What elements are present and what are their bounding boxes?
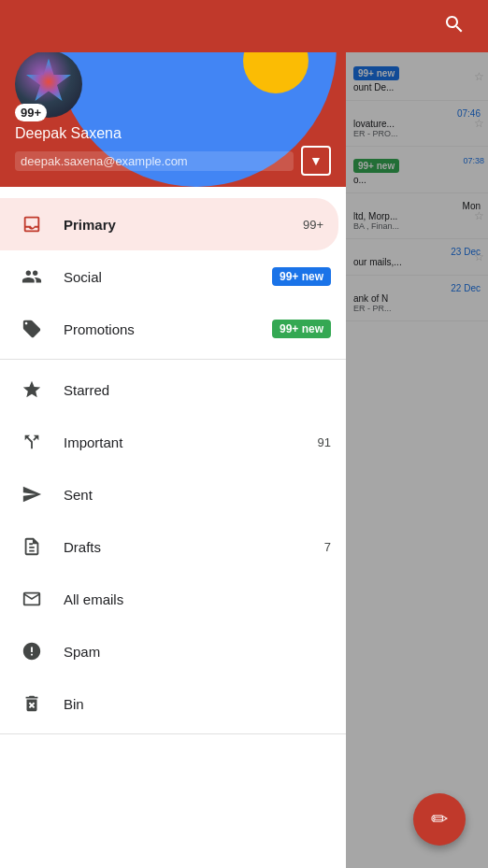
primary-count: 99+: [303, 218, 323, 232]
nav-items: Primary 99+ Social 99+ new Promotions 99…: [0, 187, 346, 868]
sidebar-item-social[interactable]: Social 99+ new: [0, 250, 346, 303]
bin-icon: [15, 687, 49, 720]
sidebar-item-starred[interactable]: Starred: [0, 363, 346, 416]
unread-badge: 99+: [15, 104, 47, 121]
important-count: 91: [318, 435, 331, 449]
app-bar: [0, 0, 488, 52]
important-icon: [15, 425, 49, 459]
user-email-row: deepak.saxena@example.com ▼: [15, 146, 331, 176]
promotions-label: Promotions: [64, 321, 272, 337]
drawer-header-content: 99+ Deepak Saxena deepak.saxena@example.…: [0, 39, 346, 187]
sidebar-item-all-emails[interactable]: All emails: [0, 573, 346, 625]
drafts-icon: [15, 530, 49, 563]
sidebar-item-bin[interactable]: Bin: [0, 677, 346, 730]
social-badge: 99+ new: [272, 267, 331, 286]
all-emails-icon: [15, 582, 49, 616]
drawer-overlay[interactable]: [346, 0, 488, 868]
nav-section-inbox: Primary 99+ Social 99+ new Promotions 99…: [0, 194, 346, 360]
compose-icon: ✏: [431, 807, 448, 832]
user-name: Deepak Saxena: [15, 125, 331, 142]
chevron-down-icon: ▼: [309, 153, 323, 168]
avatar-burst: [25, 59, 72, 106]
bin-label: Bin: [64, 696, 331, 712]
search-icon: [443, 13, 466, 36]
drafts-count: 7: [324, 540, 331, 554]
important-label: Important: [64, 434, 318, 450]
avatar-container: 99+: [15, 50, 82, 118]
spam-label: Spam: [64, 644, 331, 660]
promotions-icon: [15, 312, 49, 346]
sidebar-item-spam[interactable]: Spam: [0, 625, 346, 677]
account-switch-button[interactable]: ▼: [301, 146, 331, 176]
social-label: Social: [64, 269, 272, 285]
sent-label: Sent: [64, 487, 331, 503]
star-icon: [15, 373, 49, 406]
user-email: deepak.saxena@example.com: [15, 151, 294, 171]
sidebar-item-sent[interactable]: Sent: [0, 468, 346, 520]
search-button[interactable]: [436, 6, 473, 47]
drafts-label: Drafts: [64, 539, 324, 555]
all-emails-label: All emails: [64, 591, 331, 607]
sidebar-item-primary[interactable]: Primary 99+: [0, 198, 338, 250]
primary-label: Primary: [64, 217, 303, 233]
promotions-badge: 99+ new: [272, 320, 331, 338]
inbox-icon: [15, 207, 49, 241]
sidebar-item-promotions[interactable]: Promotions 99+ new: [0, 303, 346, 355]
nav-drawer: 99+ Deepak Saxena deepak.saxena@example.…: [0, 0, 346, 868]
starred-label: Starred: [64, 382, 331, 398]
sent-icon: [15, 477, 49, 511]
spam-icon: [15, 634, 49, 668]
sidebar-item-drafts[interactable]: Drafts 7: [0, 520, 346, 573]
compose-fab[interactable]: ✏: [413, 793, 466, 846]
social-icon: [15, 260, 49, 293]
nav-section-folders: Starred Important 91 Sent: [0, 360, 346, 734]
sidebar-item-important[interactable]: Important 91: [0, 416, 346, 468]
